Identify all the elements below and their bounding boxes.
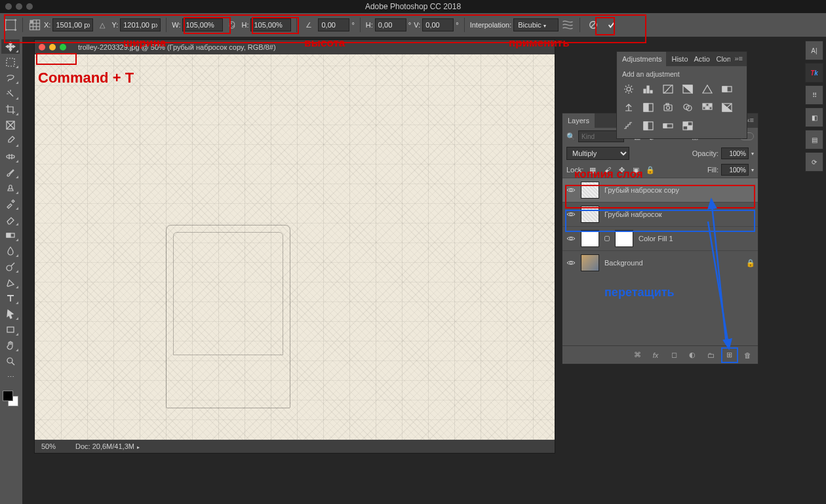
visibility-icon[interactable]: [566, 258, 576, 267]
visibility-icon[interactable]: [566, 234, 576, 243]
lock-artboard-icon[interactable]: ▣: [631, 165, 641, 175]
tab-actions[interactable]: Actio: [688, 52, 711, 66]
brightness-icon[interactable]: [622, 83, 635, 95]
tab-layers[interactable]: Layers: [562, 113, 595, 128]
layer-row[interactable]: Color Fill 1: [562, 226, 758, 250]
new-layer-icon[interactable]: ⊞: [724, 350, 734, 360]
document-header[interactable]: trolley-2203329.jpg @ 50% (Грубый наброс…: [35, 40, 555, 54]
type-tool[interactable]: [1, 291, 20, 305]
document-traffic-lights[interactable]: [39, 44, 66, 50]
visibility-icon[interactable]: [566, 185, 576, 195]
interpolation-select[interactable]: Bicubic ▾: [513, 18, 559, 31]
visibility-icon[interactable]: [566, 210, 576, 219]
skew-h-input[interactable]: [375, 18, 406, 31]
pen-tool[interactable]: [1, 275, 20, 290]
fill-input[interactable]: [721, 164, 749, 176]
delete-layer-icon[interactable]: 🗑: [742, 350, 753, 360]
path-select-tool[interactable]: [1, 307, 20, 321]
history-brush-tool[interactable]: [1, 197, 20, 211]
commit-transform-button[interactable]: [604, 17, 620, 33]
layer-mask-thumbnail[interactable]: [615, 230, 633, 247]
strip-panel-c[interactable]: ⟳: [805, 152, 823, 172]
panel-menu-icon[interactable]: »≡: [730, 52, 747, 66]
add-mask-icon[interactable]: ◻: [669, 350, 679, 360]
y-input[interactable]: [120, 18, 161, 31]
link-wh-icon[interactable]: [226, 18, 239, 31]
edit-toolbar[interactable]: ⋯: [1, 370, 20, 384]
foreground-background-colors[interactable]: [1, 389, 20, 408]
zoom-tool[interactable]: [1, 354, 20, 368]
photo-filter-icon[interactable]: [661, 102, 675, 113]
new-group-icon[interactable]: 🗀: [705, 350, 716, 360]
bw-icon[interactable]: [642, 102, 655, 113]
layer-row[interactable]: Грубый набросок copy: [562, 178, 758, 202]
layer-thumbnail[interactable]: [581, 230, 599, 247]
skew-v-input[interactable]: [422, 18, 454, 31]
layer-name[interactable]: Background: [604, 259, 741, 267]
eraser-tool[interactable]: [1, 212, 20, 227]
dodge-tool[interactable]: [1, 260, 20, 274]
eyedropper-tool[interactable]: [1, 134, 20, 148]
strip-tk[interactable]: Tk: [805, 63, 823, 83]
document-canvas[interactable]: [35, 54, 555, 440]
layer-thumbnail[interactable]: [581, 254, 599, 271]
cancel-transform-button[interactable]: [585, 17, 601, 33]
gradient-map-icon[interactable]: [661, 120, 675, 132]
x-input[interactable]: [52, 18, 93, 31]
delta-toggle-icon[interactable]: △: [96, 18, 109, 31]
lock-all-icon[interactable]: 🔒: [645, 165, 656, 175]
blur-tool[interactable]: [1, 244, 20, 258]
color-lookup-icon[interactable]: [701, 102, 714, 113]
color-balance-icon[interactable]: [622, 102, 635, 113]
layer-mask-link-icon[interactable]: [604, 236, 610, 241]
frame-tool[interactable]: [1, 118, 20, 132]
tab-adjustments[interactable]: Adjustments: [617, 52, 666, 66]
strip-panel-b[interactable]: ▤: [805, 130, 823, 149]
strip-character[interactable]: A|: [805, 41, 823, 60]
tab-histogram[interactable]: Histo: [666, 52, 688, 66]
width-input[interactable]: [182, 18, 223, 31]
lasso-tool[interactable]: [1, 71, 20, 85]
vibrance-icon[interactable]: [701, 83, 714, 95]
blend-mode-select[interactable]: Multiply: [566, 147, 629, 160]
selective-color-icon[interactable]: [681, 120, 694, 132]
strip-panel-a[interactable]: ◧: [805, 107, 823, 127]
layer-thumbnail[interactable]: [581, 182, 599, 199]
quick-select-tool[interactable]: [1, 87, 20, 101]
new-fill-adjust-icon[interactable]: ◐: [687, 350, 698, 360]
strip-swatch[interactable]: ⠿: [805, 85, 823, 105]
link-layers-icon[interactable]: ⌘: [632, 350, 642, 360]
threshold-icon[interactable]: [642, 120, 655, 132]
exposure-icon[interactable]: [681, 83, 694, 95]
channel-mixer-icon[interactable]: [681, 102, 694, 113]
hand-tool[interactable]: [1, 338, 20, 353]
zoom-level[interactable]: 50%: [41, 442, 56, 450]
warp-icon[interactable]: [561, 18, 574, 31]
layer-row[interactable]: Background 🔒: [562, 250, 758, 275]
rotate-input[interactable]: [318, 18, 349, 31]
layer-thumbnail[interactable]: [581, 206, 599, 223]
lock-image-icon[interactable]: 🖌: [602, 165, 612, 175]
rectangle-tool[interactable]: [1, 322, 20, 337]
tab-clone[interactable]: Clon: [711, 52, 730, 66]
layer-fx-icon[interactable]: fx: [650, 350, 661, 360]
reference-point-icon[interactable]: [28, 18, 41, 31]
hue-sat-icon[interactable]: [720, 83, 734, 95]
brush-tool[interactable]: [1, 165, 20, 180]
curves-icon[interactable]: [661, 83, 675, 95]
gradient-tool[interactable]: [1, 228, 20, 242]
layer-name[interactable]: Грубый набросок: [604, 210, 754, 218]
move-tool[interactable]: [1, 39, 20, 54]
layer-name[interactable]: Color Fill 1: [639, 235, 754, 242]
lock-position-icon[interactable]: ✥: [616, 165, 627, 175]
transform-mode-icon[interactable]: [4, 18, 17, 31]
layer-row[interactable]: Грубый набросок: [562, 202, 758, 226]
crop-tool[interactable]: [1, 102, 20, 117]
marquee-tool[interactable]: [1, 55, 20, 69]
opacity-input[interactable]: [721, 147, 749, 159]
levels-icon[interactable]: [642, 83, 655, 95]
clone-stamp-tool[interactable]: [1, 181, 20, 195]
height-input[interactable]: [250, 18, 291, 31]
posterize-icon[interactable]: [622, 120, 635, 132]
invert-icon[interactable]: [720, 102, 734, 113]
